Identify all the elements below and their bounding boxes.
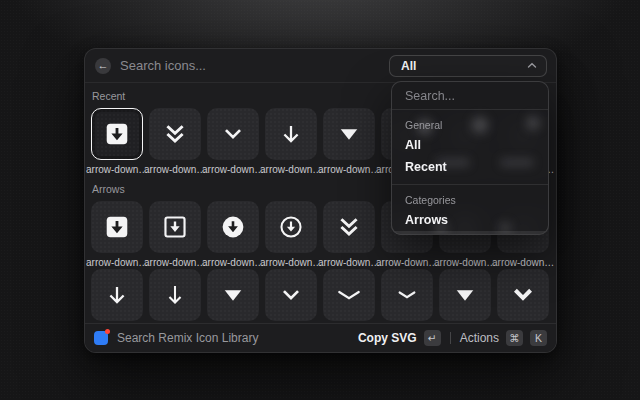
icon-name-label: arrow-down… bbox=[434, 257, 496, 269]
icon-cell bbox=[497, 269, 549, 321]
icon-name-label: arrow-down… bbox=[86, 257, 148, 269]
arrow-down-line-icon bbox=[278, 121, 304, 147]
icon-cell bbox=[149, 269, 201, 321]
arrow-down-long-line-icon bbox=[162, 282, 188, 308]
label-cell: arrow-down… bbox=[381, 257, 433, 269]
dropdown-group-header: General bbox=[405, 119, 535, 131]
category-filter-dropdown[interactable]: All bbox=[389, 55, 547, 77]
notification-dot bbox=[105, 329, 110, 334]
icon-cell bbox=[207, 269, 259, 321]
icon-cell bbox=[323, 269, 375, 321]
icon-name-label: arrow-down… bbox=[144, 164, 206, 176]
arrow-down-double-line-icon bbox=[336, 214, 362, 240]
arrow-down-double-line-icon bbox=[162, 121, 188, 147]
arrow-down-box-line-icon bbox=[162, 214, 188, 240]
icon-tile[interactable] bbox=[91, 269, 143, 321]
icon-cell bbox=[439, 269, 491, 321]
label-cell: arrow-down… bbox=[323, 164, 375, 176]
label-cell: arrow-down… bbox=[207, 257, 259, 269]
icon-name-label: arrow-down… bbox=[202, 164, 264, 176]
icon-cell bbox=[207, 201, 259, 253]
arrow-down-s-line-bold-icon bbox=[510, 282, 536, 308]
header: ← Search icons... All bbox=[85, 49, 556, 83]
icon-tile[interactable] bbox=[207, 201, 259, 253]
icon-cell bbox=[91, 269, 143, 321]
icon-cell bbox=[149, 108, 201, 160]
icon-tile[interactable] bbox=[149, 201, 201, 253]
arrow-down-line-icon bbox=[104, 282, 130, 308]
icon-cell bbox=[91, 108, 143, 160]
icon-name-label: arrow-down… bbox=[86, 164, 148, 176]
icon-name-label: arrow-down… bbox=[260, 164, 322, 176]
label-cell: arrow-down… bbox=[149, 257, 201, 269]
icon-tile[interactable] bbox=[323, 108, 375, 160]
arrow-down-box-fill-icon bbox=[104, 214, 130, 240]
copy-svg-action[interactable]: Copy SVG bbox=[358, 331, 417, 345]
footer-divider bbox=[450, 332, 451, 344]
icon-tile[interactable] bbox=[265, 269, 317, 321]
dropdown-item-buildings[interactable]: Buildings bbox=[392, 231, 548, 235]
dropdown-item-recent[interactable]: Recent bbox=[405, 156, 535, 178]
label-cell: arrow-down… bbox=[265, 257, 317, 269]
icon-tile[interactable] bbox=[323, 269, 375, 321]
label-cell: arrow-down… bbox=[323, 257, 375, 269]
icon-cell bbox=[323, 201, 375, 253]
category-dropdown-panel: Search... GeneralAllRecentCategoriesArro… bbox=[391, 81, 549, 235]
icon-cell bbox=[91, 201, 143, 253]
icon-name-label: arrow-down… bbox=[144, 257, 206, 269]
chevron-up-icon bbox=[527, 62, 537, 69]
arrow-down-circle-fill-icon bbox=[220, 214, 246, 240]
label-cell: arrow-down… bbox=[91, 164, 143, 176]
arrow-down-box-fill-icon bbox=[104, 121, 130, 147]
icon-tile[interactable] bbox=[91, 201, 143, 253]
icon-tile[interactable] bbox=[149, 108, 201, 160]
icon-tile[interactable] bbox=[149, 269, 201, 321]
arrow-down-s-line-icon bbox=[278, 282, 304, 308]
icon-cell bbox=[265, 269, 317, 321]
icon-tile[interactable] bbox=[265, 108, 317, 160]
back-button[interactable]: ← bbox=[95, 58, 111, 74]
footer-bar: Search Remix Icon Library Copy SVG ↵ Act… bbox=[85, 323, 556, 352]
actions-menu-button[interactable]: Actions bbox=[460, 331, 499, 345]
icon-name-label: arrow-down… bbox=[318, 164, 380, 176]
icon-cell bbox=[265, 108, 317, 160]
icon-name-label: arrow-down… bbox=[376, 257, 438, 269]
dropdown-group-header: Categories bbox=[405, 194, 535, 206]
arrow-left-icon: ← bbox=[98, 60, 109, 71]
arrow-down-fill-icon bbox=[452, 282, 478, 308]
arrow-down-fill-icon bbox=[220, 282, 246, 308]
return-key-badge: ↵ bbox=[424, 330, 441, 346]
arrow-down-wide-line-icon bbox=[336, 282, 362, 308]
icon-tile[interactable] bbox=[381, 269, 433, 321]
search-input[interactable]: Search icons... bbox=[120, 58, 389, 73]
icon-tile[interactable] bbox=[207, 269, 259, 321]
dropdown-search-input[interactable]: Search... bbox=[392, 82, 548, 110]
icon-tile[interactable] bbox=[265, 201, 317, 253]
arrow-drop-down-line-icon bbox=[394, 282, 420, 308]
icon-tile[interactable] bbox=[439, 269, 491, 321]
footer-actions: Copy SVG ↵ Actions ⌘ K bbox=[358, 330, 547, 346]
icon-tile[interactable] bbox=[323, 201, 375, 253]
arrow-down-s-line-icon bbox=[220, 121, 246, 147]
icon-tile[interactable] bbox=[497, 269, 549, 321]
label-cell: arrow-down… bbox=[149, 164, 201, 176]
icon-name-label: arrow-down… bbox=[260, 257, 322, 269]
app-title: Search Remix Icon Library bbox=[117, 331, 358, 345]
icon-cell bbox=[149, 201, 201, 253]
icon-tile[interactable] bbox=[207, 108, 259, 160]
filter-value: All bbox=[401, 59, 527, 73]
label-cell: arrow-down… bbox=[439, 257, 491, 269]
dropdown-item-all[interactable]: All bbox=[405, 134, 535, 156]
cmd-key-badge: ⌘ bbox=[506, 330, 523, 346]
icon-name-label: arrow-down… bbox=[492, 257, 554, 269]
label-cell: arrow-down… bbox=[91, 257, 143, 269]
dropdown-group-categories: CategoriesArrowsBuildings bbox=[392, 185, 548, 235]
icon-name-label: arrow-down… bbox=[202, 257, 264, 269]
icon-tile[interactable] bbox=[91, 108, 143, 160]
icon-label-row: arrow-down…arrow-down…arrow-down…arrow-d… bbox=[91, 257, 550, 269]
dropdown-item-arrows[interactable]: Arrows bbox=[405, 209, 535, 231]
dropdown-group-general: GeneralAllRecent bbox=[392, 110, 548, 179]
label-cell: arrow-down… bbox=[265, 164, 317, 176]
icon-cell bbox=[207, 108, 259, 160]
label-cell: arrow-down… bbox=[207, 164, 259, 176]
